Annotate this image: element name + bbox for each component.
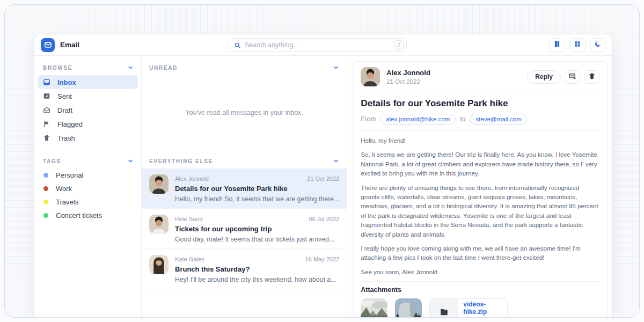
- topbar-actions: [549, 38, 606, 52]
- search-icon: [234, 42, 241, 49]
- attachments-section: Attachments: [353, 282, 607, 318]
- tags-section: Tags Personal Work: [38, 153, 138, 222]
- chevron-down-icon[interactable]: [127, 64, 134, 71]
- sidebar-item-sent[interactable]: Sent: [38, 89, 138, 103]
- sender-name: Kate Gates: [175, 256, 204, 262]
- trash-icon: [588, 72, 596, 82]
- tag-item-concert-tickets[interactable]: Concert tickets: [38, 209, 138, 222]
- from-to-row: From alex.jonnold@hike.com to steve@mail…: [361, 114, 599, 125]
- zip-info: videos-hike.zip 100 MB: [458, 299, 507, 318]
- to-label: to: [460, 115, 465, 123]
- attachments-row: videos-hike.zip 100 MB: [361, 298, 599, 318]
- apps-button[interactable]: [569, 38, 586, 52]
- everything-else-section-title: Everything else: [149, 158, 213, 164]
- mail-subject: Details for our Yosemite Park hike: [175, 185, 339, 193]
- mail-preview: Hey! I'll be around the city this weeken…: [175, 276, 339, 283]
- subject-block: Details for our Yosemite Park hike From …: [353, 92, 607, 130]
- dark-mode-button[interactable]: [590, 38, 606, 52]
- sidebar-item-label: Flagged: [57, 120, 83, 128]
- attachment-zip-card[interactable]: videos-hike.zip 100 MB: [429, 298, 508, 318]
- search-input[interactable]: [245, 41, 391, 49]
- from-email-chip[interactable]: alex.jonnold@hike.com: [380, 114, 456, 125]
- attachment-photo-half-dome[interactable]: [395, 298, 422, 318]
- tags-section-header: Tags: [38, 153, 138, 169]
- mail-preview: Hello, my friend! So, it seems that we a…: [175, 195, 339, 203]
- avatar: [149, 174, 169, 194]
- tag-label: Concert tickets: [56, 211, 102, 219]
- reading-list-button[interactable]: [549, 38, 565, 52]
- attachment-photo-valley[interactable]: [361, 298, 387, 318]
- to-email-chip[interactable]: steve@mail.com: [470, 114, 527, 125]
- body-paragraph: So, it seems we are getting there! Our t…: [361, 150, 599, 178]
- sidebar: Browse Inbox: [34, 56, 142, 317]
- tag-item-travels[interactable]: Travels: [38, 195, 138, 209]
- mail-date: 21 Oct 2022: [307, 175, 339, 182]
- tag-label: Work: [56, 185, 72, 193]
- sidebar-item-flagged[interactable]: Flagged: [38, 117, 138, 131]
- inbox-icon: [43, 78, 50, 86]
- zip-file-size: 100 MB: [463, 317, 507, 318]
- avatar: [361, 67, 380, 86]
- list-item-yosemite-hike[interactable]: Alex Jonnold 21 Oct 2022 Details for our…: [142, 169, 347, 209]
- brand: Email: [41, 38, 79, 52]
- mail-preview: Good day, mate! It seems that our ticket…: [175, 236, 339, 243]
- sidebar-item-inbox[interactable]: Inbox: [38, 75, 138, 89]
- mail-plus-icon: [569, 72, 576, 82]
- body-paragraph: I really hope you love coming along with…: [361, 244, 599, 262]
- grid-icon: [574, 40, 581, 49]
- tag-color-dot: [43, 186, 48, 191]
- tag-item-work[interactable]: Work: [38, 182, 138, 195]
- sidebar-item-trash[interactable]: Trash: [38, 131, 138, 145]
- flag-icon: [43, 120, 50, 128]
- mail-subject: Tickets for our upcoming trip: [175, 225, 339, 233]
- list-item-content: Kate Gates 16 May 2022 Brunch this Satur…: [175, 255, 339, 283]
- avatar: [149, 255, 169, 274]
- body-paragraph: There are plenty of amazing things to se…: [361, 183, 599, 239]
- book-icon: [553, 40, 561, 49]
- tag-color-dot: [43, 200, 48, 204]
- body-paragraph: Hello, my friend!: [361, 136, 599, 145]
- chevron-down-icon[interactable]: [333, 64, 339, 71]
- detail-sender-block: Alex Jonnold 21 Oct 2022: [386, 69, 430, 85]
- sidebar-item-draft[interactable]: Draft: [38, 103, 138, 117]
- detail-area: Alex Jonnold 21 Oct 2022 Reply: [347, 56, 612, 317]
- list-item-content: Pete Sand 06 Jul 2022 Tickets for our up…: [175, 215, 339, 243]
- folder-icon: [430, 299, 458, 318]
- everything-else-section-header: Everything else: [142, 153, 347, 169]
- list-item-meta: Alex Jonnold 21 Oct 2022: [175, 175, 339, 182]
- tag-color-dot: [43, 173, 48, 178]
- detail-date: 21 Oct 2022: [386, 78, 430, 85]
- desktop-background: Email /: [0, 0, 644, 322]
- email-logo-icon: [41, 38, 55, 52]
- list-item-content: Alex Jonnold 21 Oct 2022 Details for our…: [175, 174, 339, 203]
- list-item-meta: Kate Gates 16 May 2022: [175, 256, 339, 262]
- unread-section-header: Unread: [142, 60, 347, 75]
- tag-item-personal[interactable]: Personal: [38, 169, 138, 182]
- sidebar-item-label: Sent: [57, 92, 72, 100]
- detail-header: Alex Jonnold 21 Oct 2022 Reply: [353, 62, 607, 92]
- draft-envelope-icon: [43, 106, 50, 114]
- topbar: Email /: [34, 34, 612, 56]
- zip-file-name[interactable]: videos-hike.zip: [463, 301, 507, 316]
- search-bar[interactable]: /: [229, 38, 407, 52]
- moon-icon: [594, 40, 602, 49]
- tag-label: Personal: [56, 171, 83, 179]
- delete-button[interactable]: [584, 70, 599, 84]
- forward-mail-button[interactable]: [565, 70, 580, 84]
- tag-label: Travels: [56, 198, 78, 206]
- chevron-down-icon[interactable]: [333, 158, 339, 164]
- email-body: Hello, my friend! So, it seems we are ge…: [353, 131, 607, 276]
- list-item-meta: Pete Sand 06 Jul 2022: [175, 216, 339, 222]
- avatar: [149, 215, 169, 234]
- email-detail-card: Alex Jonnold 21 Oct 2022 Reply: [353, 61, 608, 318]
- app-frame: Email /: [4, 4, 640, 318]
- reply-button[interactable]: Reply: [527, 70, 561, 84]
- email-app-window: Email /: [34, 34, 613, 317]
- sender-name: Alex Jonnold: [175, 175, 209, 182]
- list-item-brunch-saturday[interactable]: Kate Gates 16 May 2022 Brunch this Satur…: [142, 249, 347, 289]
- detail-sender-name: Alex Jonnold: [386, 69, 430, 77]
- sidebar-item-label: Draft: [57, 106, 72, 114]
- list-item-upcoming-trip[interactable]: Pete Sand 06 Jul 2022 Tickets for our up…: [142, 209, 347, 249]
- chevron-down-icon[interactable]: [127, 158, 134, 164]
- browse-section: Browse Inbox: [38, 60, 138, 145]
